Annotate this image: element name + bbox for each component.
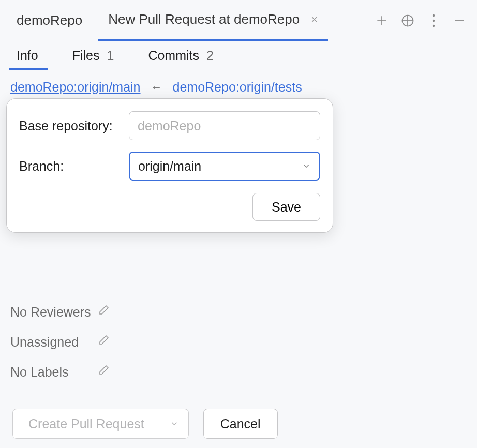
base-repo-value: demoRepo [138, 118, 201, 133]
pencil-icon[interactable] [97, 334, 110, 350]
tab-files[interactable]: Files 1 [63, 41, 124, 70]
tab-commits-label: Commits [148, 48, 199, 63]
metadata-section: No Reviewers Unassigned No Labels [0, 288, 477, 401]
pencil-icon[interactable] [97, 364, 110, 380]
close-icon[interactable]: × [311, 13, 318, 26]
svg-point-7 [433, 24, 435, 26]
tab-commits-count: 2 [206, 48, 214, 63]
branch-row: demoRepo:origin/main ← demoRepo:origin/t… [0, 70, 477, 95]
create-pr-dropdown[interactable] [160, 419, 188, 428]
cancel-button[interactable]: Cancel [203, 409, 278, 439]
more-icon[interactable] [425, 12, 442, 29]
tab-new-pr-label: New Pull Request at demoRepo [108, 11, 300, 27]
tab-files-count: 1 [107, 48, 114, 63]
assignee-row: Unassigned [10, 330, 467, 354]
tab-repo-label: demoRepo [17, 12, 82, 28]
save-button[interactable]: Save [252, 193, 320, 221]
branch-popover: Base repository: demoRepo Branch: origin… [6, 98, 333, 233]
base-repo-field[interactable]: demoRepo [129, 111, 320, 140]
branch-label: Branch: [19, 159, 129, 174]
popover-footer: Save [19, 193, 320, 221]
create-pr-button[interactable]: Create Pull Request [12, 409, 189, 439]
tab-info[interactable]: Info [9, 41, 48, 70]
branch-select-row: Branch: origin/main [19, 152, 320, 181]
create-pr-label: Create Pull Request [13, 416, 160, 431]
minimize-icon[interactable] [451, 12, 468, 29]
svg-point-6 [433, 19, 435, 21]
target-icon[interactable] [399, 12, 416, 29]
reviewers-row: No Reviewers [10, 300, 467, 324]
tab-repo[interactable]: demoRepo [9, 0, 98, 41]
tab-commits[interactable]: Commits 2 [139, 41, 223, 70]
branch-select[interactable]: origin/main [129, 152, 320, 181]
plus-icon[interactable] [374, 12, 390, 29]
base-repo-row: Base repository: demoRepo [19, 111, 320, 140]
tab-files-label: Files [72, 48, 100, 63]
labels-text: No Labels [10, 365, 93, 380]
labels-row: No Labels [10, 360, 467, 384]
pencil-icon[interactable] [97, 304, 110, 320]
base-branch-link[interactable]: demoRepo:origin/main [10, 80, 141, 95]
arrow-left-icon: ← [151, 81, 162, 94]
tab-new-pr[interactable]: New Pull Request at demoRepo × [98, 1, 328, 41]
chevron-down-icon [302, 159, 311, 174]
base-repo-label: Base repository: [19, 118, 129, 133]
reviewers-text: No Reviewers [10, 305, 93, 320]
assignee-text: Unassigned [10, 335, 93, 350]
subtabs: Info Files 1 Commits 2 [0, 41, 477, 70]
header-actions [374, 12, 468, 29]
title-bar: demoRepo New Pull Request at demoRepo × [0, 0, 477, 41]
branch-select-value: origin/main [138, 159, 201, 174]
compare-branch-link[interactable]: demoRepo:origin/tests [173, 80, 302, 95]
footer: Create Pull Request Cancel [0, 399, 477, 448]
tab-info-label: Info [17, 48, 38, 63]
svg-point-5 [433, 14, 435, 16]
